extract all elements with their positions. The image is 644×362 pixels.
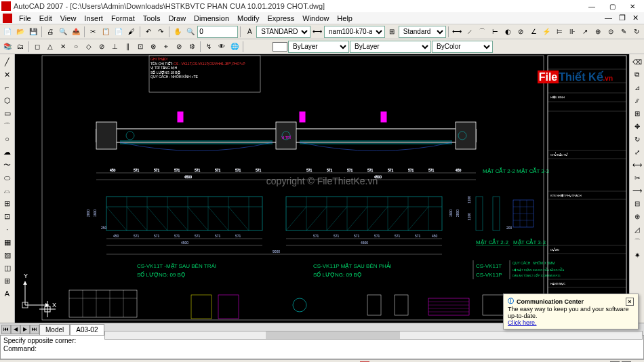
dim-quick-button[interactable]: ⚡: [540, 26, 552, 38]
copy-obj-button[interactable]: ⧉: [631, 68, 643, 81]
dim-radius-button[interactable]: ◐: [502, 26, 514, 38]
drawing-canvas[interactable]: GHI THẢO! TÊN CHI TIẾT: CS - VK11T,CS-VK…: [15, 54, 629, 323]
hatch-button[interactable]: ▦: [1, 236, 14, 248]
doc-restore-button[interactable]: ❐: [616, 14, 628, 22]
copy-button[interactable]: 📋: [100, 26, 112, 38]
popup-close-button[interactable]: ×: [626, 298, 634, 306]
doc-minimize-button[interactable]: —: [602, 14, 615, 22]
tablestyle-icon[interactable]: ⊞: [386, 26, 398, 38]
ellipse-button[interactable]: ⬭: [1, 172, 14, 184]
3dorbit-button[interactable]: 🌐: [228, 41, 241, 53]
join-button[interactable]: ⊕: [631, 210, 643, 222]
construction-line-button[interactable]: ✕: [1, 68, 14, 81]
move-button[interactable]: ✥: [631, 120, 643, 132]
osnap-settings-button[interactable]: ⚙: [186, 41, 198, 53]
tab-layout[interactable]: A03-02: [70, 324, 104, 335]
osnap-perp-button[interactable]: ⊥: [108, 41, 121, 53]
menu-window[interactable]: Window: [298, 14, 333, 22]
gradient-button[interactable]: ▨: [1, 249, 14, 261]
plot-preview-button[interactable]: 🔍: [57, 26, 69, 38]
doc-close-button[interactable]: ✕: [630, 14, 641, 22]
erase-button[interactable]: ⌫: [631, 56, 643, 68]
dim-angular-button[interactable]: ∠: [527, 26, 540, 38]
menu-insert[interactable]: Insert: [80, 14, 107, 22]
match-prop-button[interactable]: 🖌: [125, 26, 138, 38]
layer-color-dropdown[interactable]: ByLayer: [288, 41, 349, 53]
arc-button[interactable]: ⌒: [1, 120, 14, 132]
layer-prop-button[interactable]: 📚: [1, 41, 14, 53]
dimscale-dropdown[interactable]: nam100-k70-a3: [324, 26, 385, 38]
dim-arc-button[interactable]: ⌒: [477, 26, 489, 38]
menu-modify[interactable]: Modify: [233, 14, 263, 22]
scale-button[interactable]: ⤢: [631, 146, 643, 158]
h-scrollbar-thumb[interactable]: [266, 331, 400, 339]
osnap-endpoint-button[interactable]: ◻: [31, 41, 43, 53]
dim-edit-button[interactable]: ✎: [618, 26, 630, 38]
tab-first-button[interactable]: ⏮: [1, 325, 11, 334]
menu-edit[interactable]: Edit: [35, 14, 56, 22]
mtext-button[interactable]: A: [1, 287, 14, 300]
linetype-dropdown[interactable]: ByLayer: [350, 41, 431, 53]
tab-prev-button[interactable]: ◀: [11, 325, 20, 334]
fillet-button[interactable]: ⌒: [631, 236, 643, 248]
publish-button[interactable]: 📤: [70, 26, 82, 38]
osnap-tangent-button[interactable]: ⊘: [96, 41, 108, 53]
redo-button[interactable]: ↷: [155, 26, 167, 38]
osnap-parallel-button[interactable]: ∥: [121, 41, 134, 53]
rotate-button[interactable]: ↻: [631, 133, 643, 145]
array-button[interactable]: ⊞: [631, 107, 643, 119]
dim-baseline-button[interactable]: ⊨: [553, 26, 565, 38]
polygon-button[interactable]: ⬡: [1, 94, 14, 106]
dim-update-button[interactable]: ↻: [630, 26, 643, 38]
trim-button[interactable]: ✂: [631, 172, 643, 184]
tab-last-button[interactable]: ⏭: [30, 325, 39, 334]
textstyle-dropdown[interactable]: STANDARD: [256, 26, 310, 38]
layer-states-button[interactable]: 🗂: [14, 41, 26, 53]
paste-button[interactable]: 📄: [113, 26, 125, 38]
break-button[interactable]: ⊟: [631, 197, 643, 209]
insert-block-button[interactable]: ⊞: [1, 197, 14, 209]
make-block-button[interactable]: ⊡: [1, 210, 14, 222]
zoom-scale-input[interactable]: [197, 26, 238, 38]
menu-file[interactable]: File: [15, 14, 35, 22]
menu-format[interactable]: Format: [107, 14, 139, 22]
new-button[interactable]: 📄: [1, 26, 14, 38]
dimstyle-icon[interactable]: ⟷: [311, 26, 323, 38]
pan-button[interactable]: ✋: [172, 26, 184, 38]
ellipse-arc-button[interactable]: ⌓: [1, 184, 14, 197]
dim-continue-button[interactable]: ⊪: [566, 26, 578, 38]
osnap-midpoint-button[interactable]: △: [44, 41, 56, 53]
osnap-nearest-button[interactable]: ⌖: [160, 41, 172, 53]
region-button[interactable]: ◫: [1, 262, 14, 274]
textstyle-icon[interactable]: A: [243, 26, 256, 38]
popup-link[interactable]: Click here.: [508, 319, 537, 326]
lineweight-dropdown[interactable]: ByColor: [432, 41, 493, 53]
menu-view[interactable]: View: [56, 14, 81, 22]
menu-tools[interactable]: Tools: [139, 14, 165, 22]
dim-ordinate-button[interactable]: ⊢: [489, 26, 501, 38]
tolerance-button[interactable]: ⊕: [592, 26, 604, 38]
table-button[interactable]: ⊞: [1, 275, 14, 287]
circle-button[interactable]: ○: [1, 133, 14, 145]
menu-draw[interactable]: Draw: [164, 14, 190, 22]
layer-color-swatch[interactable]: [273, 42, 287, 52]
osnap-center-button[interactable]: ○: [70, 41, 82, 53]
rectangle-button[interactable]: ▭: [1, 107, 14, 119]
dim-aligned-button[interactable]: ⟋: [464, 26, 476, 38]
stretch-button[interactable]: ⟷: [631, 159, 643, 171]
named-views-button[interactable]: 👁: [216, 41, 228, 53]
osnap-none-button[interactable]: ⊘: [173, 41, 185, 53]
polyline-button[interactable]: ⌐: [1, 81, 14, 94]
undo-button[interactable]: ↶: [142, 26, 155, 38]
point-button[interactable]: ·: [1, 223, 14, 235]
chamfer-button[interactable]: ◿: [631, 223, 643, 235]
menu-dimension[interactable]: Dimension: [190, 14, 233, 22]
command-prompt[interactable]: Command:: [3, 345, 641, 353]
ucs-button[interactable]: ↯: [203, 41, 215, 53]
cut-button[interactable]: ✂: [87, 26, 99, 38]
dim-leader-button[interactable]: ↗: [579, 26, 591, 38]
osnap-insert-button[interactable]: ⊡: [134, 41, 146, 53]
tablestyle-dropdown[interactable]: Standard: [399, 26, 446, 38]
minimize-button[interactable]: —: [582, 0, 602, 12]
center-mark-button[interactable]: ⊙: [605, 26, 617, 38]
